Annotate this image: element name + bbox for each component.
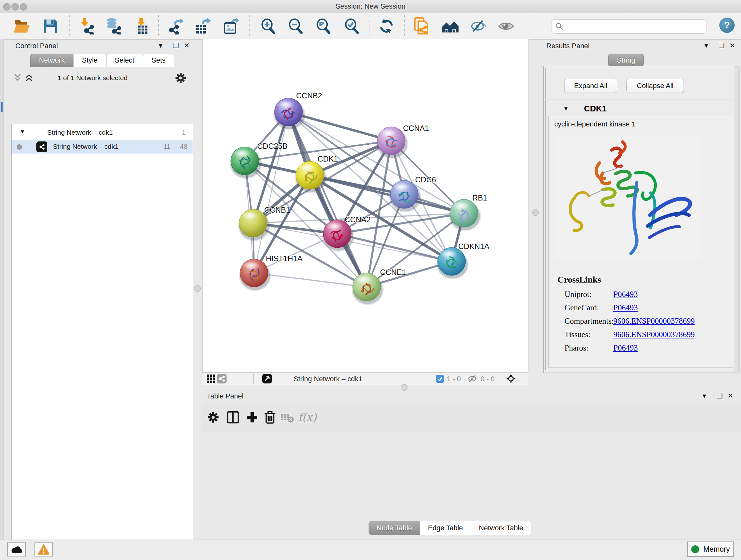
- export-table-button[interactable]: [193, 17, 212, 36]
- results-panel-float-button[interactable]: ❏: [717, 42, 726, 50]
- node-HIST1H1A[interactable]: [239, 259, 271, 291]
- node-CDK1[interactable]: [295, 161, 327, 193]
- node-CDC25B[interactable]: [230, 147, 262, 179]
- table-panel-close-button[interactable]: ✕: [726, 392, 735, 400]
- crosslink-link[interactable]: P06493: [613, 344, 637, 353]
- table-panel: Table Panel ▾ ❏ ✕ f(x) shared namenameca…: [202, 389, 741, 539]
- collection-expand-arrow[interactable]: ▼: [20, 129, 25, 135]
- pan-crosshair-icon[interactable]: [506, 374, 516, 383]
- edge-CCNB2-HIST1H1A[interactable]: [254, 112, 288, 273]
- control-panel-float-button[interactable]: ❏: [171, 42, 181, 50]
- import-table-from-file-button[interactable]: [133, 17, 151, 36]
- tab-string-results[interactable]: String: [608, 54, 644, 67]
- table-panel-float-menu[interactable]: ▾: [699, 392, 709, 400]
- tab-edge-table[interactable]: Edge Table: [420, 521, 471, 535]
- zoom-in-button[interactable]: [259, 17, 277, 36]
- crosslink-link[interactable]: P06493: [613, 303, 637, 312]
- export-network-button[interactable]: [166, 17, 185, 36]
- network-canvas[interactable]: CCNB2CCNA1CDC25BCDK1CDC6RB1CCNB1CCNA2CDK…: [202, 39, 529, 372]
- collapse-all-button[interactable]: Collapse All: [626, 79, 684, 93]
- control-panel-title: Control Panel: [15, 42, 58, 50]
- memory-button[interactable]: Memory: [687, 542, 734, 557]
- hide-selected-button[interactable]: [469, 17, 488, 36]
- network-graph[interactable]: CCNB2CCNA1CDC25BCDK1CDC6RB1CCNB1CCNA2CDK…: [203, 39, 529, 372]
- network-options-gear-icon[interactable]: [174, 71, 187, 84]
- tab-select[interactable]: Select: [106, 54, 143, 67]
- string-badge-icon[interactable]: [217, 374, 226, 383]
- right-splitter-handle[interactable]: [532, 209, 539, 216]
- tab-network-table[interactable]: Network Table: [471, 521, 531, 535]
- hidden-eye-icon: [468, 374, 477, 383]
- search-icon: [555, 22, 563, 30]
- export-image-button[interactable]: [222, 17, 240, 36]
- zoom-out-button[interactable]: [286, 17, 305, 36]
- results-scrollbar[interactable]: [734, 66, 739, 372]
- home-button[interactable]: [441, 17, 460, 36]
- edge-CDK1-RB1[interactable]: [310, 175, 464, 213]
- tab-sets[interactable]: Sets: [143, 54, 174, 67]
- node-label-CCNA2: CCNA2: [345, 215, 370, 224]
- crosslink-link[interactable]: 9606.ENSP00000378699: [613, 317, 695, 326]
- control-panel: Control Panel ▾ ❏ ✕ Network Style Select…: [3, 39, 192, 537]
- expand-all-button[interactable]: Expand All: [564, 79, 617, 93]
- crosslink-link[interactable]: P06493: [613, 290, 637, 299]
- current-network-name: String Network – cdk1: [293, 375, 362, 383]
- gene-collapse-arrow[interactable]: ▼: [563, 106, 569, 112]
- bar-separator: [253, 374, 254, 384]
- left-splitter-handle[interactable]: [194, 285, 201, 292]
- node-RB1[interactable]: [449, 199, 481, 231]
- control-panel-float-menu[interactable]: ▾: [156, 42, 165, 50]
- selected-checkbox[interactable]: [436, 375, 444, 383]
- node-CCNA2[interactable]: [322, 220, 354, 252]
- create-column-plus-icon[interactable]: [244, 409, 260, 426]
- tab-style[interactable]: Style: [73, 54, 106, 67]
- table-options-gear-icon[interactable]: [205, 409, 221, 426]
- network-collection-row[interactable]: ▼ String Network – cdk1 1: [11, 127, 193, 140]
- clone-network-button[interactable]: [413, 17, 431, 36]
- node-CDKN1A[interactable]: [436, 247, 468, 279]
- function-builder-fx[interactable]: f(x): [298, 411, 317, 424]
- results-panel: Results Panel ▾ ❏ ✕ String Expand All Co…: [542, 39, 741, 377]
- warnings-button[interactable]: [35, 543, 53, 557]
- table-panel-float-button[interactable]: ❏: [715, 392, 724, 400]
- network-row-selected[interactable]: String Network – cdk1 11 48: [11, 140, 193, 153]
- hidden-panel-tab[interactable]: [1, 102, 3, 112]
- save-session-button[interactable]: [41, 17, 60, 36]
- control-panel-close-button[interactable]: ✕: [182, 42, 192, 50]
- crosslink-label: Pharos:: [564, 344, 613, 353]
- results-panel-title: Results Panel: [546, 42, 590, 50]
- toolbar-separator: [249, 15, 250, 37]
- collapse-all-networks-icon[interactable]: [24, 73, 34, 82]
- search-input[interactable]: [565, 23, 706, 30]
- crosslink-row: GeneCard:P06493: [564, 303, 724, 312]
- network-view-toolbar: String Network – cdk1 1 - 0 0 - 0: [202, 372, 528, 385]
- crosslink-link[interactable]: 9606.ENSP00000378699: [613, 330, 695, 339]
- table-toolbar: f(x): [202, 403, 741, 433]
- node-label-CDC6: CDC6: [415, 175, 436, 184]
- fit-content-button[interactable]: [314, 17, 333, 36]
- birds-eye-view-icon[interactable]: [206, 374, 216, 383]
- crosslink-row: Uniprot:P06493: [564, 290, 724, 299]
- open-session-button[interactable]: [12, 17, 31, 36]
- results-panel-float-menu[interactable]: ▾: [701, 42, 711, 50]
- help-button[interactable]: ?: [719, 17, 735, 33]
- edge-HIST1H1A-CCNE1[interactable]: [254, 273, 367, 287]
- show-all-button[interactable]: [497, 17, 515, 36]
- selected-count: 1 - 0: [447, 375, 461, 383]
- node-CCNB2[interactable]: [273, 98, 306, 130]
- refresh-view-button[interactable]: [377, 17, 396, 36]
- delete-table-icon[interactable]: [280, 410, 295, 424]
- fit-content-icon: [316, 18, 331, 34]
- tab-node-table[interactable]: Node Table: [368, 521, 420, 535]
- zoom-selected-button[interactable]: [342, 17, 361, 36]
- import-network-from-file-button[interactable]: [77, 17, 96, 36]
- show-columns-icon[interactable]: [225, 409, 241, 426]
- node-label-CCNB1: CCNB1: [264, 206, 290, 214]
- cloud-status-button[interactable]: [7, 543, 26, 557]
- results-panel-close-button[interactable]: ✕: [728, 42, 737, 50]
- delete-column-trash-icon[interactable]: [262, 409, 278, 426]
- expand-all-networks-icon[interactable]: [13, 73, 22, 82]
- tab-network[interactable]: Network: [30, 54, 73, 67]
- import-network-from-database-button[interactable]: [104, 17, 123, 36]
- open-in-new-window-icon[interactable]: [262, 374, 272, 383]
